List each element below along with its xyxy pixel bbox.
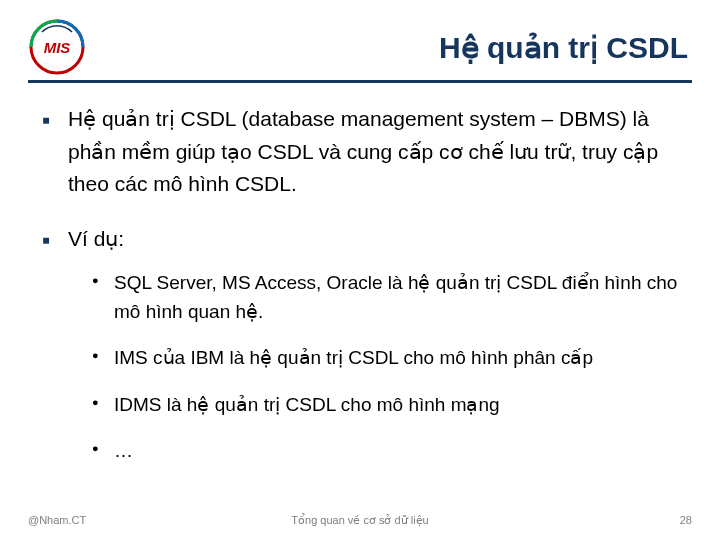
header: MIS Hệ quản trị CSDL	[28, 18, 692, 76]
slide: MIS Hệ quản trị CSDL Hệ quản trị CSDL (d…	[0, 0, 720, 540]
footer-author: @Nham.CT	[28, 514, 86, 526]
footer: @Nham.CT Tổng quan về cơ sở dữ liệu 28	[28, 514, 692, 526]
sub-bullet-text: IDMS là hệ quản trị CSDL cho mô hình mạn…	[114, 394, 500, 415]
page-number: 28	[680, 514, 692, 526]
sub-bullet-list: SQL Server, MS Access, Oracle là hệ quản…	[68, 269, 686, 466]
sub-bullet-text: …	[114, 440, 133, 461]
bullet-text: Hệ quản trị CSDL (database management sy…	[68, 107, 658, 195]
logo-text: MIS	[44, 39, 71, 56]
footer-title: Tổng quan về cơ sở dữ liệu	[291, 514, 428, 527]
bullet-item: Hệ quản trị CSDL (database management sy…	[42, 103, 686, 201]
sub-bullet-item: …	[92, 437, 686, 466]
sub-bullet-item: IDMS là hệ quản trị CSDL cho mô hình mạn…	[92, 391, 686, 420]
content: Hệ quản trị CSDL (database management sy…	[28, 83, 692, 466]
bullet-list: Hệ quản trị CSDL (database management sy…	[34, 103, 686, 466]
mis-logo-icon: MIS	[28, 18, 86, 76]
bullet-item: Ví dụ: SQL Server, MS Access, Oracle là …	[42, 223, 686, 466]
sub-bullet-text: SQL Server, MS Access, Oracle là hệ quản…	[114, 272, 677, 322]
slide-title: Hệ quản trị CSDL	[439, 30, 688, 65]
sub-bullet-text: IMS của IBM là hệ quản trị CSDL cho mô h…	[114, 347, 593, 368]
bullet-text: Ví dụ:	[68, 227, 124, 250]
sub-bullet-item: SQL Server, MS Access, Oracle là hệ quản…	[92, 269, 686, 326]
sub-bullet-item: IMS của IBM là hệ quản trị CSDL cho mô h…	[92, 344, 686, 373]
